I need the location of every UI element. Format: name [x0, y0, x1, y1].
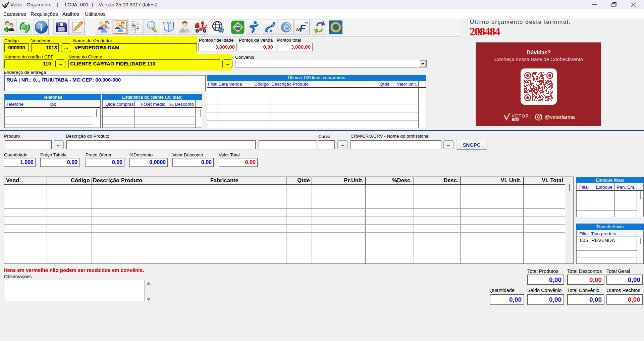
svg-text:F: F: [300, 22, 306, 34]
svg-text:FARMA: FARMA: [513, 119, 519, 121]
svg-text:VETOR: VETOR: [512, 114, 529, 118]
svg-text:i: i: [40, 22, 43, 33]
svg-text:@vetorfarma: @vetorfarma: [545, 114, 575, 120]
